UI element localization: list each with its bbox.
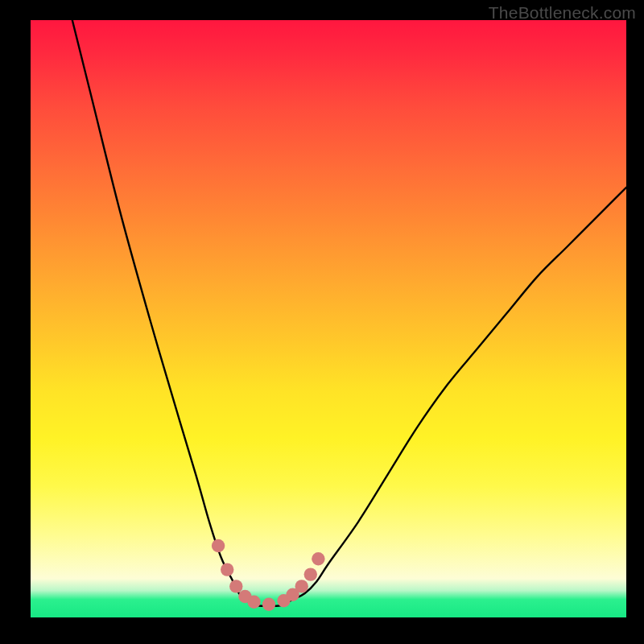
bottleneck-curve-path xyxy=(72,20,626,606)
highlight-dot xyxy=(212,539,225,552)
gradient-plot-area xyxy=(31,20,626,617)
highlight-dots-group xyxy=(212,539,325,611)
highlight-dot xyxy=(295,580,308,592)
highlight-dot xyxy=(247,596,260,609)
chart-frame: TheBottleneck.com xyxy=(0,0,644,644)
highlight-dot xyxy=(304,568,317,580)
highlight-dot xyxy=(262,598,275,611)
highlight-dot xyxy=(312,552,324,565)
highlight-dot xyxy=(221,563,233,576)
bottleneck-curve-svg xyxy=(31,20,626,617)
highlight-dot xyxy=(229,580,242,592)
